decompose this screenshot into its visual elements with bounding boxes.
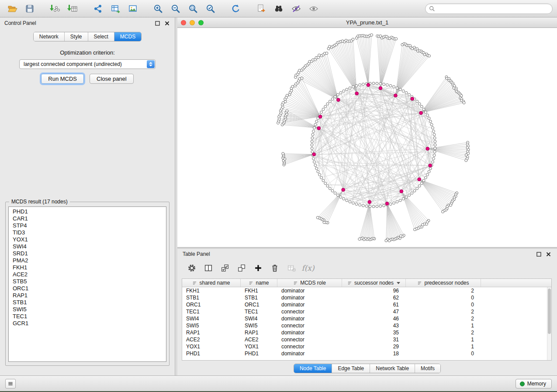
result-item[interactable]: GCR1	[9, 320, 166, 327]
result-item[interactable]: PHD1	[9, 208, 166, 215]
scrollbar-thumb[interactable]	[548, 289, 551, 334]
tab-edge-table[interactable]: Edge Table	[332, 364, 370, 373]
window-minimize-icon[interactable]	[190, 20, 195, 25]
show-column-button[interactable]	[202, 262, 215, 274]
table-scrollbar[interactable]	[547, 287, 551, 360]
result-item[interactable]: SWI4	[9, 243, 166, 250]
result-item[interactable]: ORC1	[9, 285, 166, 292]
tab-select[interactable]: Select	[88, 32, 114, 41]
result-item[interactable]: STB5	[9, 278, 166, 285]
zoom-in-button[interactable]	[150, 2, 166, 15]
optimization-criterion-select[interactable]: largest connected component (undirected)	[19, 59, 156, 69]
run-mcds-button[interactable]: Run MCDS	[41, 74, 84, 84]
import-table-icon	[67, 3, 78, 14]
network-graph[interactable]	[177, 28, 557, 247]
tab-motifs[interactable]: Motifs	[415, 364, 440, 373]
mcds-result-list[interactable]: PHD1CAR1STP4TID3YOX1SWI4SRD1PMA2FKH1ACE2…	[8, 206, 166, 362]
zoom-out-button[interactable]	[168, 2, 183, 15]
zoom-fit-icon	[188, 3, 198, 14]
table-row[interactable]: FKH1FKH1dominator962	[182, 287, 551, 294]
column-header-name[interactable]: name	[241, 279, 277, 287]
delete-column-button[interactable]	[268, 262, 281, 274]
search-network-button[interactable]	[271, 2, 287, 15]
close-table-panel-button[interactable]	[545, 251, 552, 258]
float-window-button[interactable]	[154, 20, 161, 27]
function-builder-button[interactable]: f(x)	[301, 262, 315, 274]
table-panel-header: Table Panel	[177, 249, 557, 259]
search-box[interactable]	[425, 3, 553, 14]
result-item[interactable]: CAR1	[9, 215, 166, 222]
table-row[interactable]: ACE2ACE2connector311	[182, 336, 551, 343]
result-item[interactable]: STB1	[9, 299, 166, 306]
result-item[interactable]: YOX1	[9, 236, 166, 243]
unselect-all-icon	[237, 263, 246, 273]
share-document-button[interactable]	[253, 2, 269, 15]
table-row[interactable]: ORC1ORC1dominator610	[182, 301, 551, 308]
table-cell: ACE2	[241, 336, 277, 343]
import-network-button[interactable]	[47, 2, 63, 15]
hide-graphics-button[interactable]	[288, 2, 304, 15]
table-cell: 0	[406, 350, 481, 357]
float-table-panel-button[interactable]	[535, 251, 542, 258]
tab-node-table[interactable]: Node Table	[294, 364, 332, 373]
control-tab-strip: Network Style Select MCDS	[33, 32, 142, 41]
close-panel-button[interactable]	[163, 20, 170, 27]
window-close-icon[interactable]	[181, 20, 186, 25]
delete-table-button[interactable]	[285, 262, 298, 274]
main-toolbar	[0, 0, 557, 17]
close-panel-action-button[interactable]: Close panel	[90, 74, 134, 84]
save-session-button[interactable]	[22, 2, 38, 15]
show-graphics-button[interactable]	[306, 2, 322, 15]
memory-button[interactable]: Memory	[515, 379, 552, 389]
tab-mcds[interactable]: MCDS	[114, 32, 141, 41]
table-row[interactable]: STB1STB1dominator620	[182, 294, 551, 301]
result-item[interactable]: PMA2	[9, 257, 166, 264]
table-row[interactable]: PHD1PHD1dominator180	[182, 350, 551, 357]
result-item[interactable]: FKH1	[9, 264, 166, 271]
network-canvas[interactable]	[177, 28, 557, 247]
search-input[interactable]	[437, 6, 549, 12]
result-item[interactable]: SRD1	[9, 250, 166, 257]
table-cell: PHD1	[182, 350, 241, 357]
export-network-button[interactable]	[90, 2, 106, 15]
result-item[interactable]: RAP1	[9, 292, 166, 299]
status-menu-button[interactable]	[5, 379, 16, 389]
refresh-button[interactable]	[228, 2, 244, 15]
network-titlebar: YPA_prune.txt_1	[177, 17, 557, 28]
unselect-all-button[interactable]	[235, 262, 248, 274]
network-view-window: YPA_prune.txt_1	[177, 17, 557, 247]
column-header-mcds-role[interactable]: MCDS role	[277, 279, 342, 287]
add-column-button[interactable]	[252, 262, 265, 274]
table-cell: 47	[342, 308, 406, 315]
export-table-button[interactable]	[107, 2, 123, 15]
column-header-shared-name[interactable]: shared name	[182, 279, 241, 287]
export-image-icon	[128, 3, 138, 14]
table-row[interactable]: YOX1YOX1connector291	[182, 343, 551, 350]
result-item[interactable]: TID3	[9, 229, 166, 236]
result-item[interactable]: ACE2	[9, 271, 166, 278]
result-item[interactable]: TEC1	[9, 313, 166, 320]
tab-network[interactable]: Network	[34, 32, 65, 41]
result-item[interactable]: SWI5	[9, 306, 166, 313]
search-icon	[429, 6, 435, 12]
column-header-predecessor-nodes[interactable]: predecessor nodes	[406, 279, 481, 287]
table-row[interactable]: TEC1TEC1connector472	[182, 308, 551, 315]
select-all-button[interactable]	[218, 262, 232, 274]
zoom-selected-button[interactable]	[203, 2, 218, 15]
tab-network-table[interactable]: Network Table	[370, 364, 415, 373]
window-zoom-icon[interactable]	[198, 20, 204, 25]
open-file-button[interactable]	[4, 2, 20, 15]
table-row[interactable]: RAP1RAP1dominator352	[182, 329, 551, 336]
export-image-button[interactable]	[125, 2, 141, 15]
tab-style[interactable]: Style	[65, 32, 88, 41]
column-header-successor-nodes[interactable]: successor nodes	[342, 279, 406, 287]
table-settings-button[interactable]	[185, 262, 198, 274]
table-row[interactable]: SWI5SWI5connector431	[182, 322, 551, 329]
zoom-fit-button[interactable]	[185, 2, 201, 15]
table-cell	[481, 294, 551, 301]
table-row[interactable]: SWI4SWI4dominator462	[182, 315, 551, 322]
result-item[interactable]: STP4	[9, 222, 166, 229]
import-table-button[interactable]	[65, 2, 80, 15]
table-cell: 2	[406, 287, 481, 294]
table-cell	[481, 329, 551, 336]
